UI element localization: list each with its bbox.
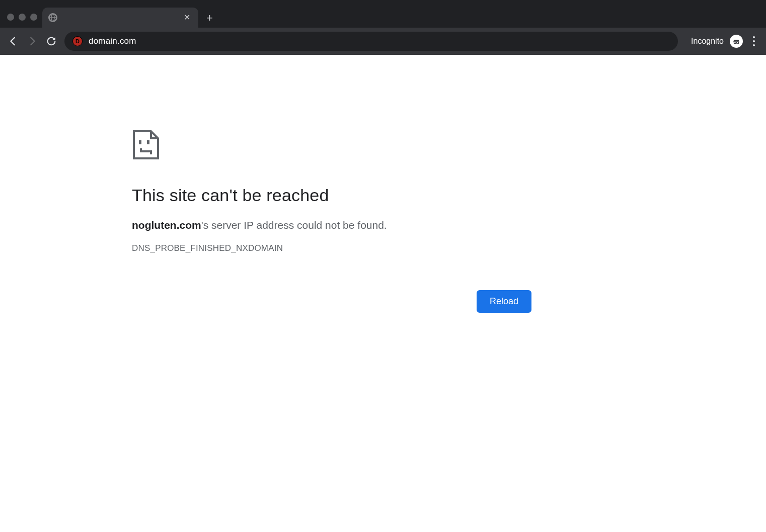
- svg-rect-6: [139, 140, 141, 144]
- incognito-icon[interactable]: [730, 35, 743, 48]
- back-button[interactable]: [7, 35, 19, 47]
- window-minimize-dot[interactable]: [19, 14, 26, 21]
- tab-strip: ✕ +: [0, 0, 766, 28]
- kebab-menu-icon[interactable]: [749, 34, 759, 48]
- svg-rect-9: [140, 148, 142, 150]
- error-message: nogluten.com's server IP address could n…: [132, 219, 531, 231]
- site-favicon: D: [72, 36, 83, 46]
- reload-page-button[interactable]: Reload: [477, 290, 531, 313]
- address-text: domain.com: [89, 36, 136, 46]
- error-container: This site can't be reached nogluten.com'…: [132, 129, 531, 253]
- new-tab-button[interactable]: +: [198, 13, 221, 28]
- reload-button[interactable]: [45, 35, 57, 47]
- window-close-dot[interactable]: [7, 14, 14, 21]
- window-controls: [5, 14, 42, 28]
- forward-button[interactable]: [26, 35, 38, 47]
- browser-chrome: ✕ + D domain.com Incognito: [0, 0, 766, 55]
- browser-toolbar: D domain.com Incognito: [0, 28, 766, 55]
- sad-page-icon: [132, 129, 531, 162]
- svg-rect-7: [147, 140, 149, 144]
- svg-rect-8: [140, 150, 152, 152]
- close-icon[interactable]: ✕: [182, 13, 192, 23]
- page-content: This site can't be reached nogluten.com'…: [0, 55, 766, 532]
- address-bar[interactable]: D domain.com: [64, 32, 678, 51]
- globe-icon: [48, 13, 57, 22]
- incognito-label: Incognito: [691, 37, 724, 46]
- svg-point-4: [737, 42, 739, 44]
- error-host: nogluten.com: [132, 219, 201, 231]
- svg-rect-10: [150, 152, 152, 154]
- browser-tab[interactable]: ✕: [42, 8, 198, 28]
- window-maximize-dot[interactable]: [30, 14, 37, 21]
- svg-point-3: [734, 42, 736, 44]
- error-suffix: 's server IP address could not be found.: [201, 219, 387, 231]
- error-code: DNS_PROBE_FINISHED_NXDOMAIN: [132, 243, 531, 253]
- toolbar-right: Incognito: [685, 34, 759, 48]
- error-title: This site can't be reached: [132, 186, 531, 205]
